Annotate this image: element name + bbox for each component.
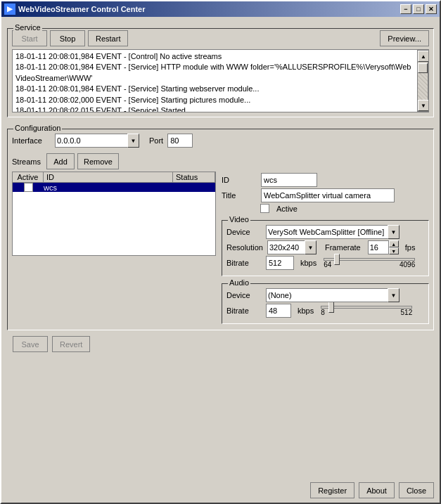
stream-title-row: Title (222, 188, 429, 202)
streams-left: Active ID Status wcs (12, 172, 216, 324)
stream-active-checkbox[interactable] (24, 183, 33, 192)
audio-device-select[interactable]: (None) (266, 288, 400, 302)
stream-active-label: Active (276, 205, 298, 213)
scroll-thumb[interactable] (418, 63, 428, 73)
log-line-2: 18-01-11 20:08:01,984 EVENT - [Service] … (15, 62, 414, 84)
scroll-track[interactable] (418, 73, 428, 100)
video-device-select-wrapper: VerySoft WebCamSplitter [Offline] ▼ (266, 225, 400, 239)
port-label: Port (149, 136, 163, 145)
stream-title-input[interactable] (261, 188, 395, 202)
log-area: 18-01-11 20:08:01,984 EVENT - [Control] … (13, 50, 417, 112)
framerate-up[interactable]: ▲ (389, 240, 399, 247)
interface-row: Interface 0.0.0.0 ▼ Port (12, 134, 429, 148)
resolution-select[interactable]: 320x240 640x480 1280x720 (267, 240, 317, 254)
streams-label: Streams (12, 157, 41, 166)
video-bitrate-input[interactable] (266, 256, 294, 270)
save-revert-row: Save Revert (7, 333, 434, 355)
log-line-3: 18-01-11 20:08:01,984 EVENT - [Service] … (15, 84, 414, 94)
bottom-right-buttons: Register About Close (310, 482, 434, 498)
row-active-cell (13, 183, 44, 192)
service-group: Service Start Stop Restart Preview... 18… (7, 28, 434, 117)
audio-device-select-wrapper: (None) ▼ (266, 288, 400, 302)
audio-bitrate-max-label: 512 (401, 309, 413, 316)
interface-label: Interface (12, 136, 51, 145)
minimize-button[interactable]: − (400, 4, 411, 14)
service-toolbar: Start Stop Restart Preview... (12, 30, 429, 46)
log-line-5: 18-01-11 20:08:02,015 EVENT - [Service] … (15, 105, 414, 112)
stream-properties: ID Title Active Video (222, 172, 429, 324)
close-main-button[interactable]: Close (399, 482, 434, 498)
scroll-up[interactable]: ▲ (418, 51, 429, 62)
audio-bitrate-label: Bitrate (226, 306, 262, 315)
revert-button[interactable]: Revert (52, 336, 90, 352)
restart-button[interactable]: Restart (88, 30, 128, 46)
main-window: ▶ WebVideoStreamer Control Center − □ ✕ … (0, 0, 441, 504)
stream-active-row: Active (260, 204, 429, 213)
close-button[interactable]: ✕ (426, 4, 437, 14)
bottom-bar: Register About Close (1, 479, 440, 503)
video-bitrate-min-label: 64 (324, 261, 331, 269)
log-scrollbar[interactable]: ▲ ▼ (417, 50, 428, 112)
stream-id-input[interactable] (261, 173, 317, 187)
port-input[interactable] (167, 134, 193, 148)
audio-bitrate-row: Bitrate kbps 8 512 (226, 304, 424, 318)
stream-id-label: ID (222, 176, 257, 184)
audio-group: Audio Device (None) ▼ (222, 283, 429, 324)
video-bitrate-slider-labels: 64 4096 (324, 261, 415, 269)
audio-bitrate-slider-labels: 8 512 (321, 309, 412, 316)
window-content: Service Start Stop Restart Preview... 18… (1, 17, 440, 479)
video-resolution-label: Resolution (226, 243, 263, 252)
fps-label: fps (405, 243, 416, 252)
video-device-label: Device (226, 228, 262, 236)
video-bitrate-row: Bitrate kbps 64 4096 (226, 256, 424, 270)
scroll-down[interactable]: ▼ (418, 100, 429, 111)
framerate-spinbox: ▲ ▼ (368, 240, 399, 254)
streams-section: Streams Add Remove Active ID Status (12, 153, 429, 324)
resolution-select-wrapper: 320x240 640x480 1280x720 ▼ (267, 240, 317, 254)
title-bar: ▶ WebVideoStreamer Control Center − □ ✕ (1, 1, 440, 17)
remove-stream-button[interactable]: Remove (77, 153, 119, 169)
stream-id-row: ID (222, 173, 429, 187)
audio-bitrate-min-label: 8 (321, 309, 325, 316)
stream-title-label: Title (222, 191, 257, 200)
register-button[interactable]: Register (310, 482, 354, 498)
video-device-row: Device VerySoft WebCamSplitter [Offline]… (226, 225, 424, 239)
service-group-label: Service (13, 23, 42, 32)
video-resolution-row: Resolution 320x240 640x480 1280x720 ▼ (226, 240, 424, 254)
start-button[interactable]: Start (12, 30, 47, 46)
app-icon: ▶ (4, 4, 15, 15)
maximize-button[interactable]: □ (413, 4, 424, 14)
stop-button[interactable]: Stop (50, 30, 85, 46)
video-bitrate-unit: kbps (300, 259, 317, 267)
streams-table-header: Active ID Status (13, 172, 215, 183)
audio-bitrate-input[interactable] (266, 304, 291, 318)
log-line-4: 18-01-11 20:08:02,000 EVENT - [Service] … (15, 95, 414, 105)
th-status: Status (173, 172, 215, 182)
video-bitrate-max-label: 4096 (400, 261, 415, 269)
stream-active-checkbox-panel[interactable] (260, 204, 269, 213)
row-id-cell: wcs (44, 183, 173, 192)
add-stream-button[interactable]: Add (46, 153, 75, 169)
table-row[interactable]: wcs (13, 183, 215, 192)
about-button[interactable]: About (359, 482, 395, 498)
video-group: Video Device VerySoft WebCamSplitter [Of… (222, 220, 429, 276)
save-button[interactable]: Save (13, 336, 48, 352)
streams-table: Active ID Status wcs (12, 172, 216, 256)
streams-toolbar: Streams Add Remove (12, 153, 429, 169)
title-bar-controls: − □ ✕ (400, 4, 437, 14)
log-container: 18-01-11 20:08:01,984 EVENT - [Control] … (12, 49, 429, 112)
streams-main: Active ID Status wcs (12, 172, 429, 324)
th-active: Active (13, 172, 44, 182)
window-title: WebVideoStreamer Control Center (18, 5, 146, 13)
preview-button[interactable]: Preview... (380, 30, 429, 46)
audio-bitrate-unit: kbps (298, 306, 314, 315)
interface-select[interactable]: 0.0.0.0 (55, 134, 139, 148)
framerate-input[interactable] (368, 240, 389, 254)
audio-group-label: Audio (228, 278, 250, 287)
configuration-group-label: Configuration (13, 124, 62, 132)
video-device-select[interactable]: VerySoft WebCamSplitter [Offline] (266, 225, 400, 239)
configuration-group: Configuration Interface 0.0.0.0 ▼ Port S… (7, 129, 434, 330)
th-id: ID (44, 172, 173, 182)
video-bitrate-label: Bitrate (226, 259, 262, 267)
video-group-label: Video (228, 215, 250, 224)
